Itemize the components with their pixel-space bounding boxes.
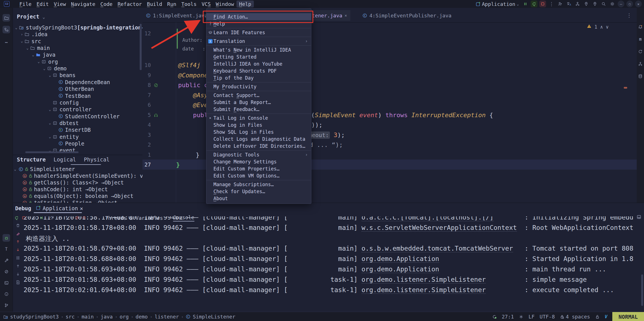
debug-session-tab[interactable]: Application ✕ (36, 205, 83, 211)
tree-item-studySpringBoot3[interactable]: ⌄studySpringBoot3 [springb-integration-d… (13, 24, 142, 31)
menu-item-tail-log-in-console[interactable]: Tail Log in Console (206, 114, 311, 121)
database-tool-button[interactable] (638, 73, 643, 79)
structure-tool-tool-button[interactable] (3, 26, 10, 33)
error-stripe-mark[interactable] (624, 87, 627, 89)
minimize-window-button[interactable]: – (618, 1, 624, 7)
share-user-button[interactable] (574, 1, 581, 7)
add-user-button[interactable] (557, 1, 564, 7)
structure-item[interactable]: ⌄CSimpleListener (14, 166, 75, 172)
breadcrumb-SimpleListener[interactable]: SimpleListener (193, 314, 235, 320)
arrow-up-button[interactable] (15, 263, 21, 269)
arrow-down-red-button[interactable] (15, 247, 21, 253)
letter-t-tool-button[interactable]: T (3, 245, 10, 253)
gear-button[interactable] (609, 1, 616, 7)
tree-item-beans[interactable]: ⌄beans (13, 72, 142, 78)
project-folder-tool-button[interactable] (3, 14, 10, 22)
chevron-down-icon[interactable]: ⌄ (14, 167, 19, 171)
breadcrumb-src[interactable]: src (66, 314, 75, 320)
project-panel-header[interactable]: Project ⌄ (17, 13, 45, 20)
search-button[interactable] (600, 1, 607, 7)
menu-item-learn-ide-features[interactable]: Learn IDE Features (206, 29, 311, 36)
menu-item-contact-support-[interactable]: Contact Support… (206, 92, 311, 99)
terminal-tool-button[interactable] (3, 279, 10, 287)
chevron-down-icon[interactable]: ⌄ (25, 46, 30, 50)
hierarchy-tool-button[interactable] (638, 61, 643, 67)
arrow-down-button[interactable] (15, 271, 21, 277)
logger-link[interactable]: o.s.b.w.embedded.tomcat.TomcatWebServer (362, 245, 513, 252)
chevron-down-icon[interactable]: ⌄ (36, 59, 41, 64)
project-horizontal-scrollbar[interactable] (25, 151, 79, 153)
menu-item-edit-custom-vm-options-[interactable]: Edit Custom VM Options… (206, 172, 311, 179)
rerun-button[interactable] (531, 1, 537, 7)
menu-tools[interactable]: Tools (179, 1, 199, 8)
menu-item-manage-subscriptions-[interactable]: Manage Subscriptions… (206, 181, 311, 188)
project-vertical-scrollbar[interactable] (140, 24, 142, 70)
prohibit-tool-button[interactable] (3, 268, 10, 275)
tree-item-entity[interactable]: ⌄entity (13, 133, 142, 140)
close-icon[interactable]: ✕ (80, 205, 83, 211)
tree-item-OtherBean[interactable]: COtherBean (13, 86, 142, 92)
menu-item-change-memory-settings[interactable]: Change Memory Settings (206, 158, 311, 165)
prev-problem-icon[interactable]: ∧ (600, 24, 603, 30)
breadcrumb-listener[interactable]: listener (155, 314, 179, 320)
letter-m-tool-button[interactable]: m (638, 36, 643, 42)
menu-help[interactable]: Help (236, 1, 254, 8)
logger-link[interactable]: org.demo.listener.SimpleListener (362, 286, 486, 294)
chevron-down-icon[interactable]: ⌄ (14, 26, 19, 30)
menu-file[interactable]: File (17, 1, 34, 8)
logger-link[interactable]: w.s.c.ServletWebServerApplicationContext (362, 224, 517, 232)
menu-item-what-s-new-in-intellij-idea[interactable]: What's New in IntelliJ IDEA (206, 46, 311, 53)
menu-navigate[interactable]: Navigate (68, 1, 98, 8)
ai-plugin-widget[interactable] (519, 315, 523, 319)
chevron-down-icon[interactable]: ⌄ (48, 73, 52, 77)
menu-item-translation[interactable]: 文Translation› (206, 38, 311, 45)
menu-item-delete-leftover-ide-directories-[interactable]: Delete Leftover IDE Directories… (206, 142, 311, 149)
encoding-widget[interactable]: UTF-8 (540, 314, 555, 320)
menu-item-edit-custom-properties-[interactable]: Edit Custom Properties… (206, 165, 311, 172)
brush-button[interactable] (15, 231, 21, 236)
menu-refactor[interactable]: Refactor (115, 1, 144, 8)
tab-logical[interactable]: Logical (54, 156, 76, 163)
logger-link[interactable]: org.demo.Application (362, 265, 439, 273)
write-access-widget[interactable] (595, 315, 600, 319)
menu-item-keyboard-shortcuts-pdf[interactable]: Keyboard Shortcuts PDF (206, 67, 311, 74)
tree-item-.idea[interactable]: ›.idea (13, 31, 142, 38)
more-dots-tool-button[interactable]: … (3, 38, 10, 45)
menu-item-intellij-idea-on-youtube[interactable]: IntelliJ IDEA on YouTube (206, 60, 311, 67)
trash-button[interactable] (15, 223, 21, 228)
breadcrumb-demo[interactable]: demo (135, 314, 148, 320)
tab-physical[interactable]: Physical (84, 156, 110, 163)
console-output[interactable]: 2025-11-18T20:01:58.177+08:00 INFO 99462… (24, 216, 641, 309)
tree-item-config[interactable]: config (13, 99, 142, 106)
tree-item-People[interactable]: CPeople (13, 140, 142, 147)
structure-item[interactable]: mhandlerSimpleEvent(SimpleEvent): void (22, 172, 142, 179)
chevron-down-icon[interactable]: ⌄ (20, 39, 24, 43)
menu-run[interactable]: Run (165, 1, 179, 8)
breadcrumb-java[interactable]: java (101, 314, 113, 320)
pin-button[interactable] (592, 1, 598, 7)
wrench-tool-button[interactable] (3, 257, 10, 264)
chevron-down-icon[interactable]: ⌄ (48, 135, 52, 139)
logger-link[interactable]: org.demo.listener.SimpleListener (362, 276, 486, 283)
menu-code[interactable]: Code (98, 1, 115, 8)
editor-tab-tenerjava[interactable]: tener.java✕ (309, 10, 350, 21)
tree-item-TestBean[interactable]: CTestBean (13, 93, 142, 99)
menu-item-tip-of-the-day[interactable]: Tip of the Day (206, 74, 311, 81)
listener-icon[interactable] (153, 112, 159, 118)
menu-item-submit-a-bug-report-[interactable]: Submit a Bug Report… (206, 99, 311, 106)
info-tool-button[interactable] (3, 290, 10, 298)
tree-item-java[interactable]: ⌄java (13, 51, 142, 58)
logger-link[interactable]: org.demo.Application (362, 255, 439, 263)
arrow-up-red-button[interactable] (15, 239, 21, 244)
stop-button[interactable] (539, 1, 546, 7)
breadcrumb-main[interactable]: main (82, 314, 94, 320)
tree-item-dbtest[interactable]: ⌄dbtest (13, 120, 142, 126)
rerun-button[interactable] (13, 214, 20, 221)
menu-item-collect-logs-and-diagnostic-data[interactable]: Collect Logs and Diagnostic Data (206, 135, 311, 142)
breadcrumb-org[interactable]: org (119, 314, 129, 320)
chevron-down-icon[interactable]: ⌄ (31, 53, 35, 57)
translate-global-button[interactable]: A (565, 1, 572, 7)
bean-icon[interactable] (153, 82, 159, 88)
breadcrumb-studySpringBoot3[interactable]: studySpringBoot3 (10, 314, 59, 320)
menu-item-getting-started[interactable]: Getting Started (206, 53, 311, 60)
